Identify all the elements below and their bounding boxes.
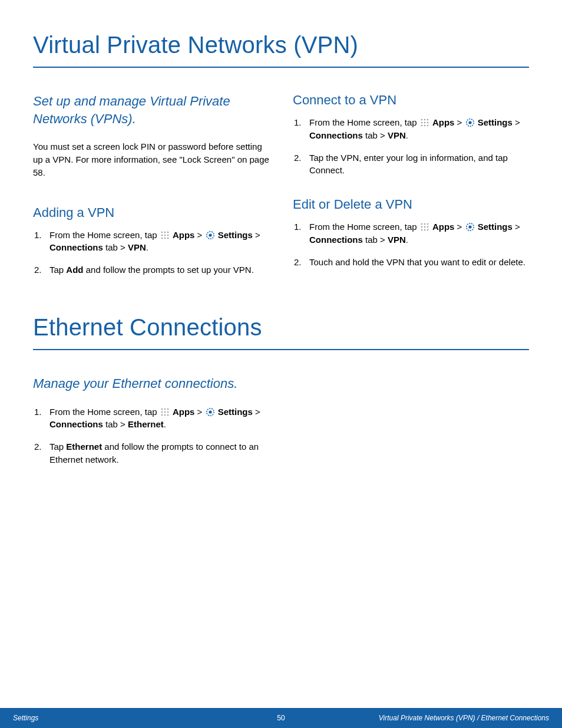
step-bold: Connections	[309, 235, 363, 245]
step-text: >	[194, 407, 204, 417]
step-bold: Apps	[432, 117, 455, 127]
list-item: From the Home screen, tap Apps > Setting…	[293, 116, 529, 142]
step-bold: Connections	[49, 242, 103, 252]
step-text: From the Home screen, tap	[49, 230, 160, 240]
step-bold: Add	[66, 265, 83, 275]
footer-topic: Virtual Private Networks (VPN) / Etherne…	[285, 714, 549, 722]
step-text: Tap	[49, 442, 66, 452]
apps-icon	[160, 407, 170, 417]
settings-icon	[206, 407, 215, 417]
footer-section: Settings	[13, 714, 277, 722]
step-text: .	[406, 130, 408, 140]
list-item: Tap Ethernet and follow the prompts to c…	[33, 440, 269, 466]
step-text: >	[194, 230, 204, 240]
step-bold: Connections	[49, 419, 103, 429]
step-bold: Settings	[478, 222, 513, 232]
step-bold: VPN	[388, 130, 406, 140]
connect-vpn-steps: From the Home screen, tap Apps > Setting…	[293, 116, 529, 177]
adding-vpn-steps: From the Home screen, tap Apps > Setting…	[33, 229, 269, 276]
settings-icon	[465, 118, 475, 127]
step-text: .	[406, 235, 408, 245]
step-bold: Connections	[309, 130, 363, 140]
step-text: From the Home screen, tap	[309, 117, 419, 127]
step-text: tab >	[103, 242, 128, 252]
list-item: From the Home screen, tap Apps > Setting…	[33, 229, 269, 255]
apps-icon	[160, 230, 170, 240]
ethernet-left-column: Manage your Ethernet connections. From t…	[33, 375, 269, 486]
ethernet-steps: From the Home screen, tap Apps > Setting…	[33, 406, 269, 466]
step-bold: Settings	[218, 407, 253, 417]
settings-icon	[206, 230, 215, 240]
ethernet-right-column	[293, 375, 529, 486]
step-text: tab >	[103, 419, 128, 429]
step-text: From the Home screen, tap	[49, 407, 160, 417]
step-text: tab >	[363, 235, 388, 245]
step-bold: Ethernet	[128, 419, 164, 429]
list-item: Tap the VPN, enter your log in informati…	[293, 151, 529, 177]
step-text: >	[454, 117, 464, 127]
step-text: >	[513, 117, 520, 127]
settings-icon	[465, 222, 475, 232]
list-item: From the Home screen, tap Apps > Setting…	[33, 406, 269, 431]
ethernet-subtitle: Manage your Ethernet connections.	[33, 375, 269, 393]
apps-icon	[420, 222, 429, 232]
step-text: >	[253, 230, 260, 240]
vpn-subtitle: Set up and manage Virtual Private Networ…	[33, 93, 269, 127]
left-column: Set up and manage Virtual Private Networ…	[33, 93, 269, 297]
step-text: Tap	[49, 265, 66, 275]
list-item: Touch and hold the VPN that you want to …	[293, 256, 529, 269]
step-text: .	[146, 242, 148, 252]
step-text: >	[253, 407, 260, 417]
step-bold: Settings	[218, 230, 253, 240]
step-bold: Ethernet	[66, 442, 102, 452]
vpn-intro: You must set a screen lock PIN or passwo…	[33, 140, 269, 179]
edit-vpn-steps: From the Home screen, tap Apps > Setting…	[293, 220, 529, 268]
step-bold: Settings	[478, 117, 513, 127]
step-text: tab >	[363, 130, 388, 140]
step-text: >	[454, 222, 464, 232]
step-bold: VPN	[128, 242, 146, 252]
step-bold: VPN	[388, 235, 406, 245]
page-footer: Settings 50 Virtual Private Networks (VP…	[0, 708, 562, 728]
step-bold: Apps	[173, 230, 195, 240]
footer-page-number: 50	[277, 714, 285, 722]
step-bold: Apps	[173, 407, 195, 417]
step-text: >	[513, 222, 520, 232]
list-item: From the Home screen, tap Apps > Setting…	[293, 220, 529, 246]
heading-edit-vpn: Edit or Delete a VPN	[293, 197, 529, 212]
step-text: Tap the VPN, enter your log in informati…	[309, 153, 508, 176]
step-text: Touch and hold the VPN that you want to …	[309, 257, 525, 267]
step-text: .	[164, 419, 166, 429]
step-text: and follow the prompts to set up your VP…	[84, 265, 254, 275]
page-title-vpn: Virtual Private Networks (VPN)	[33, 32, 529, 68]
heading-connect-vpn: Connect to a VPN	[293, 93, 529, 108]
list-item: Tap Add and follow the prompts to set up…	[33, 263, 269, 276]
right-column: Connect to a VPN From the Home screen, t…	[293, 93, 529, 297]
page-title-ethernet: Ethernet Connections	[33, 314, 529, 350]
step-text: From the Home screen, tap	[309, 222, 419, 232]
step-bold: Apps	[432, 222, 455, 232]
apps-icon	[420, 118, 429, 127]
heading-adding-vpn: Adding a VPN	[33, 205, 269, 220]
